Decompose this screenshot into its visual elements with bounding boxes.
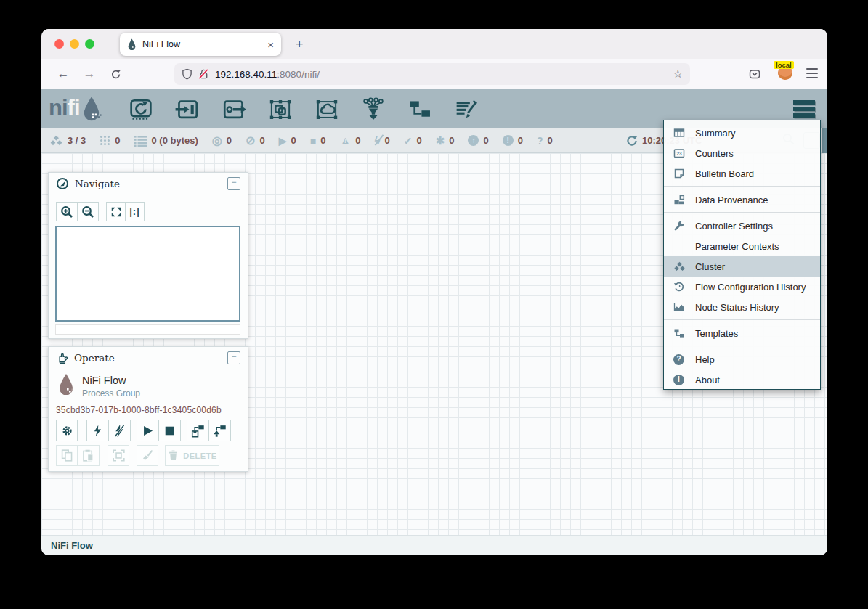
navigate-panel-header[interactable]: Navigate − [49,173,248,195]
header-right-strip [822,128,827,153]
status-value: 0 [483,135,488,146]
input-port-component-icon[interactable] [174,96,201,123]
paste-button[interactable] [77,445,100,466]
bookmark-star-icon[interactable]: ☆ [673,68,683,81]
address-bar[interactable]: 192.168.40.11:8080/nifi/ ☆ [174,63,690,85]
menu-item-data-provenance[interactable]: Data Provenance [664,189,820,210]
zoom-fit-button[interactable] [106,202,126,221]
collapse-operate-button[interactable]: − [227,351,240,364]
menu-item-label: About [695,375,720,385]
navigate-panel-title: Navigate [75,178,227,189]
firefox-menu-icon[interactable] [806,68,818,78]
new-tab-button[interactable]: + [288,33,310,56]
provenance-icon [673,194,695,205]
zoom-out-button[interactable] [77,202,99,221]
status-not-transmitting: ⊘ 0 [246,135,265,147]
collapse-navigate-button[interactable]: − [227,177,240,190]
menu-item-counters[interactable]: 23 Counters [664,143,820,163]
operate-panel-header[interactable]: Operate − [49,347,248,369]
remote-process-group-component-icon[interactable] [313,96,341,123]
navigate-panel: Navigate − |:| [48,172,248,339]
menu-item-node-status-history[interactable]: Node Status History [664,297,820,317]
refresh-icon[interactable] [626,135,638,147]
enable-button[interactable] [86,420,109,441]
selected-flow-id[interactable]: 35cbd3b7-017b-1000-8bff-1c3405c00d6b [56,405,222,415]
browser-window: NiFi Flow × + ← → 192.168.40.11:8080/nif… [41,29,827,555]
one-to-one-label: |:| [129,206,140,217]
table-icon [673,127,695,139]
process-group-component-icon[interactable] [267,96,294,123]
menu-item-bulletin-board[interactable]: Bulletin Board [664,163,820,184]
status-transmitting: ◎ 0 [212,135,232,147]
funnel-component-icon[interactable] [360,96,387,123]
status-value: 0 [449,135,454,146]
stop-button[interactable] [158,420,181,441]
status-up-to-date: ✓ 0 [404,135,422,146]
menu-item-cluster[interactable]: Cluster [664,256,820,277]
create-template-button[interactable] [187,420,209,441]
change-color-button[interactable] [137,445,158,466]
group-button[interactable] [108,445,129,466]
disable-button[interactable] [108,420,131,441]
menu-item-templates[interactable]: Templates [664,323,820,343]
minimize-window-button[interactable] [70,39,79,49]
menu-item-parameter-contexts[interactable]: Parameter Contexts [664,236,820,256]
menu-item-label: Cluster [695,261,725,272]
threads-grid-icon [100,135,110,146]
menu-item-label: Templates [695,328,738,339]
breadcrumb-bar[interactable]: NiFi Flow [41,535,827,555]
copy-button[interactable] [56,445,78,466]
nifi-logo: nifi [49,95,102,121]
template-icon [673,327,695,339]
forward-button[interactable]: → [79,64,100,84]
template-component-icon[interactable] [406,96,434,123]
zoom-actual-size-button[interactable]: |:| [125,202,145,221]
reload-button[interactable] [105,64,126,84]
global-menu-icon[interactable] [793,100,815,118]
breadcrumb-root[interactable]: NiFi Flow [51,540,93,551]
menu-item-about[interactable]: i About [664,369,820,390]
zoom-window-button[interactable] [85,39,94,49]
menu-item-controller-settings[interactable]: Controller Settings [664,216,820,236]
compass-icon [56,177,69,190]
pocket-icon[interactable] [745,64,765,84]
delete-button[interactable]: DELETE [165,445,219,466]
menu-item-summary[interactable]: Summary [664,123,820,143]
birdseye-view[interactable] [55,226,240,322]
wrench-icon [673,220,695,232]
menu-item-label: Data Provenance [695,195,768,205]
sticky-note-icon [673,168,695,179]
menu-item-help[interactable]: ? Help [664,349,820,369]
configure-button[interactable] [56,420,78,441]
processor-component-icon[interactable] [127,96,155,123]
browser-titlebar: NiFi Flow × + [41,29,827,59]
status-locally-modified: ✱ 0 [436,135,455,146]
counters-icon: 23 [673,147,695,159]
status-active-threads: 0 [100,135,120,146]
tracking-shield-icon[interactable] [182,68,192,80]
process-group-droplet-icon [57,373,75,395]
transmitting-icon: ◎ [212,135,222,147]
label-component-icon[interactable] [453,96,480,123]
status-value: 0 [259,135,264,146]
menu-item-label: Node Status History [695,302,779,313]
global-menu: Summary 23 Counters Bulletin Board Data … [663,120,821,390]
start-button[interactable] [137,420,159,441]
output-port-component-icon[interactable] [220,96,248,123]
zoom-in-button[interactable] [56,202,78,221]
question-icon: ? [537,136,543,146]
insecure-lock-icon[interactable] [198,68,209,80]
disabled-bolt-slash-icon: ϟ [374,135,380,146]
url-path: :8080/nifi/ [277,69,320,80]
not-transmitting-icon: ⊘ [246,135,255,147]
back-button[interactable]: ← [53,64,73,84]
tab-favicon-nifi-droplet-icon [127,38,137,50]
stopped-square-icon: ■ [310,136,316,146]
close-window-button[interactable] [54,39,64,49]
browser-tab[interactable]: NiFi Flow × [120,33,281,56]
upload-template-button[interactable] [208,420,231,441]
menu-item-label: Counters [695,148,734,159]
tab-close-icon[interactable]: × [267,38,274,51]
menu-item-label: Flow Configuration History [695,282,806,293]
menu-item-flow-configuration-history[interactable]: Flow Configuration History [664,277,820,297]
